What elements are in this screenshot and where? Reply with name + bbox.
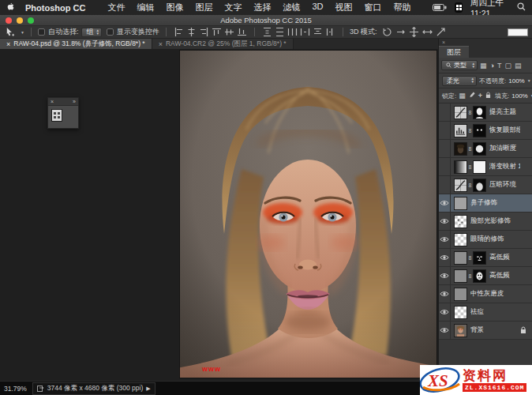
align-center-h-icon[interactable] <box>185 27 197 37</box>
layer-name[interactable]: 加清晰度 <box>489 144 520 153</box>
mask-link-icon[interactable]: 8 <box>467 146 473 152</box>
lock-all-icon[interactable] <box>485 92 491 100</box>
tab-close-icon[interactable]: × <box>159 40 163 48</box>
layer-mask-thumbnail[interactable] <box>473 179 486 192</box>
menu-item-文件[interactable]: 文件 <box>107 2 125 13</box>
layer-visibility-toggle[interactable] <box>439 194 451 213</box>
window-titlebar[interactable]: Adobe Photoshop CC 2015 <box>0 15 532 26</box>
lock-transparent-pixels-icon[interactable]: ▦ <box>459 92 466 100</box>
layer-visibility-toggle[interactable] <box>439 249 451 267</box>
layer-mask-thumbnail[interactable] <box>473 269 486 283</box>
auto-select-dropdown[interactable]: 组 ▲▼ <box>81 28 101 37</box>
layer-row[interactable]: 8 压暗环境 <box>439 176 532 194</box>
layer-visibility-toggle[interactable] <box>439 231 451 249</box>
layer-mask-thumbnail[interactable] <box>473 142 486 156</box>
floating-mini-panel[interactable]: × » <box>47 97 79 129</box>
distribute-center-h-icon[interactable] <box>312 27 324 37</box>
workspace-field[interactable] <box>508 28 528 36</box>
layer-mask-thumbnail[interactable] <box>473 251 486 265</box>
shape-layer-filter-icon[interactable]: ▢ <box>504 62 511 70</box>
blend-mode-dropdown[interactable]: 柔光 ▲▼ <box>442 76 477 86</box>
layer-name[interactable]: 恢复眼部细节 <box>489 126 520 135</box>
distribute-right-icon[interactable] <box>324 27 336 37</box>
layer-name[interactable]: 中性灰磨皮 <box>470 289 520 299</box>
3d-drag-icon[interactable] <box>408 27 420 37</box>
3d-scale-icon[interactable] <box>435 27 447 37</box>
align-center-v-icon[interactable] <box>223 27 235 37</box>
align-top-icon[interactable] <box>211 27 223 37</box>
layer-row[interactable]: 祛痘 <box>439 303 532 322</box>
layer-name[interactable]: 脸部光影修饰 <box>470 216 520 226</box>
layer-thumbnail[interactable] <box>454 142 467 156</box>
layer-mask-thumbnail[interactable] <box>473 106 486 119</box>
mini-panel-collapse-icon[interactable]: » <box>73 99 76 104</box>
layer-row[interactable]: 8 高低频 <box>439 249 532 267</box>
document-info[interactable]: 3744 像素 x 4680 像素 (300 ppi) ▶ <box>32 382 155 395</box>
layer-mask-thumbnail[interactable] <box>473 160 486 174</box>
layer-name[interactable]: 高低频 <box>489 271 520 280</box>
distribute-top-icon[interactable] <box>261 27 273 37</box>
layer-thumbnail[interactable] <box>454 324 467 337</box>
layer-thumbnail[interactable] <box>454 215 467 228</box>
mask-link-icon[interactable]: 8 <box>467 255 473 261</box>
spotlight-icon[interactable] <box>517 2 526 13</box>
layer-visibility-toggle[interactable] <box>439 176 451 194</box>
layer-row[interactable]: 8 渐变映射 1 <box>439 158 532 176</box>
mask-link-icon[interactable]: 8 <box>467 273 473 279</box>
layer-filter-dropdown[interactable]: 类型 ▲▼ <box>441 60 478 70</box>
opacity-value[interactable]: 100% <box>508 77 524 85</box>
mask-link-icon[interactable]: 8 <box>467 164 473 170</box>
align-right-icon[interactable] <box>198 27 210 37</box>
lock-image-pixels-icon[interactable] <box>469 92 475 100</box>
layer-visibility-toggle[interactable] <box>439 267 451 285</box>
menu-item-3D[interactable]: 3D <box>312 2 323 13</box>
menu-item-帮助[interactable]: 帮助 <box>393 2 410 13</box>
apple-menu-icon[interactable] <box>6 2 14 13</box>
layer-visibility-toggle[interactable] <box>439 140 451 158</box>
layer-name[interactable]: 眼睛的修饰 <box>470 235 520 244</box>
layer-row[interactable]: 8 加清晰度 <box>439 140 532 158</box>
type-layer-filter-icon[interactable]: T <box>497 62 502 70</box>
show-transform-checkbox[interactable] <box>107 28 114 36</box>
layer-visibility-toggle[interactable] <box>439 213 451 231</box>
layer-thumbnail[interactable] <box>454 306 467 319</box>
layer-thumbnail[interactable] <box>454 269 467 283</box>
tool-preset-caret-icon[interactable]: ▼ <box>21 30 24 35</box>
menu-item-窗口[interactable]: 窗口 <box>364 2 381 13</box>
document-tab-1[interactable]: ×RAW-04.psd @ 31.8% (鼻子修饰, RGB/8*) * <box>0 39 152 49</box>
menu-item-视图[interactable]: 视图 <box>335 2 352 13</box>
layer-visibility-toggle[interactable] <box>439 285 451 303</box>
layer-thumbnail[interactable] <box>454 160 467 174</box>
distribute-center-v-icon[interactable] <box>274 27 286 37</box>
layers-panel-tab[interactable]: 图层 <box>439 46 469 58</box>
menu-item-选择[interactable]: 选择 <box>253 2 271 13</box>
layer-row[interactable]: 8 高低频 <box>439 267 532 285</box>
layer-visibility-toggle[interactable] <box>439 103 451 122</box>
layer-name[interactable]: 祛痘 <box>470 307 520 317</box>
layer-name[interactable]: 背景 <box>470 325 520 335</box>
fill-value[interactable]: 100% <box>511 92 527 100</box>
layer-thumbnail[interactable] <box>454 288 467 301</box>
mask-link-icon[interactable]: 8 <box>467 182 473 188</box>
status-popup-arrow-icon[interactable]: ▶ <box>146 386 150 392</box>
layer-row[interactable]: 鼻子修饰 <box>439 194 532 213</box>
layer-row[interactable]: 8 恢复眼部细节 <box>439 122 532 140</box>
layer-name[interactable]: 高低频 <box>489 253 520 262</box>
layer-thumbnail[interactable] <box>454 124 467 137</box>
layer-visibility-toggle[interactable] <box>439 322 451 340</box>
auto-select-checkbox[interactable] <box>38 28 45 36</box>
align-left-icon[interactable] <box>173 27 185 37</box>
lock-position-icon[interactable]: + <box>478 92 482 100</box>
photo-document[interactable]: www <box>180 51 436 378</box>
menu-item-滤镜[interactable]: 滤镜 <box>283 2 300 13</box>
canvas-pasteboard[interactable]: × » <box>0 50 438 381</box>
3d-roll-icon[interactable] <box>395 27 406 37</box>
distribute-bottom-icon[interactable] <box>287 27 298 37</box>
3d-rotate-icon[interactable] <box>381 27 393 37</box>
menu-item-图像[interactable]: 图像 <box>166 2 183 13</box>
layer-row[interactable]: 中性灰磨皮 <box>439 285 532 303</box>
mask-link-icon[interactable]: 8 <box>467 128 473 134</box>
layer-thumbnail[interactable] <box>454 197 467 210</box>
menu-item-文字[interactable]: 文字 <box>224 2 242 13</box>
smart-object-filter-icon[interactable]: ▤ <box>515 62 522 70</box>
